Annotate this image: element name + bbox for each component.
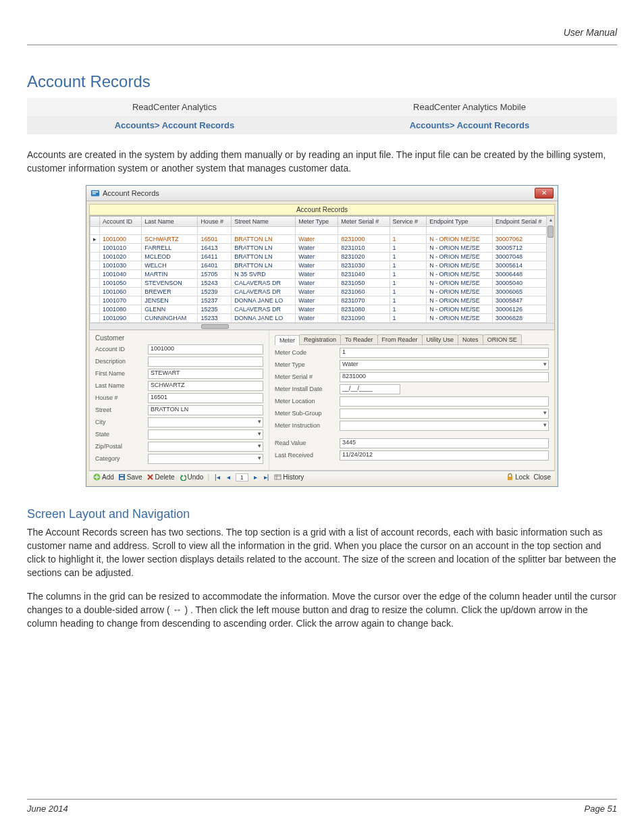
nav-right-top: ReadCenter Analytics Mobile xyxy=(322,98,617,116)
table-cell: 30007062 xyxy=(493,234,554,243)
page-number[interactable]: 1 xyxy=(236,473,248,481)
table-cell: 1 xyxy=(390,252,427,261)
table-cell: DONNA JANE LO xyxy=(232,313,296,322)
table-row[interactable]: 1001010FARRELL16413BRATTON LNWater823101… xyxy=(90,243,554,252)
input-meter-location[interactable] xyxy=(340,396,549,407)
input-first-name[interactable]: STEWART xyxy=(148,369,263,379)
table-cell: 1001030 xyxy=(100,261,142,269)
tab-to-reader[interactable]: To Reader xyxy=(340,334,378,344)
column-header[interactable]: Endpoint Type xyxy=(427,216,493,226)
table-cell: Water xyxy=(296,305,338,313)
table-cell: N - ORION ME/SE xyxy=(427,269,493,278)
table-cell: 16411 xyxy=(198,252,232,261)
table-cell: 1001050 xyxy=(100,278,142,287)
input-street[interactable]: BRATTON LN xyxy=(148,405,263,415)
window-titlebar: Account Records ✕ xyxy=(86,186,558,201)
label-meter-subgroup: Meter Sub-Group xyxy=(275,410,340,417)
table-row[interactable]: 1001060BREWER15239CALAVERAS DRWater82310… xyxy=(90,287,554,296)
history-button[interactable]: History xyxy=(274,473,304,481)
tab-orion-se[interactable]: ORION SE xyxy=(483,334,522,344)
input-read-value[interactable]: 3445 xyxy=(340,438,549,448)
table-row[interactable]: 1001090CUNNINGHAM15233DONNA JANE LOWater… xyxy=(90,313,554,322)
table-cell: CALAVERAS DR xyxy=(232,278,296,287)
input-meter-subgroup[interactable] xyxy=(340,409,549,419)
hscroll-thumb[interactable] xyxy=(201,324,229,329)
save-button[interactable]: Save xyxy=(118,473,142,481)
paragraph-2: The columns in the grid can be resized t… xyxy=(27,590,617,631)
row-marker xyxy=(90,287,100,296)
tab-notes[interactable]: Notes xyxy=(458,334,483,344)
vertical-scrollbar[interactable]: ▴ ▾ xyxy=(546,216,554,330)
input-last-name[interactable]: SCHWARTZ xyxy=(148,381,263,391)
lock-button[interactable]: Lock xyxy=(506,473,529,481)
input-city[interactable] xyxy=(148,417,263,427)
input-meter-code[interactable]: 1 xyxy=(340,348,549,358)
table-row[interactable]: 1001080GLENN15235CALAVERAS DRWater823108… xyxy=(90,305,554,313)
table-cell: Water xyxy=(296,243,338,252)
table-row[interactable]: 1001070JENSEN15237DONNA JANE LOWater8231… xyxy=(90,296,554,305)
row-marker xyxy=(90,313,100,322)
nav-prev-icon[interactable]: ◂ xyxy=(225,473,232,481)
delete-button[interactable]: Delete xyxy=(146,473,175,481)
table-cell: MCLEOD xyxy=(142,252,198,261)
history-icon xyxy=(274,473,281,481)
table-cell: 1 xyxy=(390,287,427,296)
page-title: Account Records xyxy=(27,72,617,91)
table-row[interactable]: 1001030WELCH16401BRATTON LNWater82310301… xyxy=(90,261,554,269)
table-cell: 30006448 xyxy=(493,269,554,278)
scroll-up-icon[interactable]: ▴ xyxy=(547,216,554,224)
input-meter-type[interactable]: Water xyxy=(340,360,549,370)
column-header[interactable]: Meter Serial # xyxy=(338,216,390,226)
undo-button[interactable]: Undo xyxy=(179,473,204,481)
column-header[interactable]: House # xyxy=(198,216,232,226)
table-cell: SCHWARTZ xyxy=(142,234,198,243)
table-cell: 30007048 xyxy=(493,252,554,261)
label-first-name: First Name xyxy=(95,370,148,377)
svg-rect-1 xyxy=(92,191,99,192)
table-cell: WELCH xyxy=(142,261,198,269)
input-zip[interactable] xyxy=(148,442,263,452)
accounts-grid[interactable]: Account IDLast NameHouse #Street NameMet… xyxy=(90,216,554,323)
input-description[interactable] xyxy=(148,357,263,367)
close-button-toolbar[interactable]: Close xyxy=(533,473,551,481)
scroll-thumb[interactable] xyxy=(547,226,554,238)
column-header[interactable]: Service # xyxy=(390,216,427,226)
table-cell: 15239 xyxy=(198,287,232,296)
table-row[interactable]: 1001020MCLEOD16411BRATTON LNWater8231020… xyxy=(90,252,554,261)
table-row[interactable]: ▸1001000SCHWARTZ16501BRATTON LNWater8231… xyxy=(90,234,554,243)
nav-last-icon[interactable]: ▸| xyxy=(263,473,271,481)
tab-meter[interactable]: Meter xyxy=(275,335,300,345)
tab-registration[interactable]: Registration xyxy=(299,334,341,344)
table-cell: Water xyxy=(296,234,338,243)
tab-from-reader[interactable]: From Reader xyxy=(377,334,423,344)
input-last-received[interactable]: 11/24/2012 xyxy=(340,450,549,461)
svg-rect-2 xyxy=(92,193,96,194)
column-header[interactable]: Meter Type xyxy=(296,216,338,226)
input-house[interactable]: 16501 xyxy=(148,393,263,403)
table-cell: CALAVERAS DR xyxy=(232,287,296,296)
row-marker xyxy=(90,296,100,305)
input-meter-instruction[interactable] xyxy=(340,421,549,431)
column-header[interactable]: Account ID xyxy=(100,216,142,226)
column-header[interactable]: Last Name xyxy=(142,216,198,226)
input-meter-install[interactable]: __/__/____ xyxy=(340,384,400,394)
horizontal-scrollbar[interactable] xyxy=(90,323,554,330)
tab-utility-use[interactable]: Utility Use xyxy=(422,334,459,344)
nav-next-icon[interactable]: ▸ xyxy=(252,473,259,481)
nav-first-icon[interactable]: |◂ xyxy=(213,473,221,481)
close-button[interactable]: ✕ xyxy=(535,188,554,199)
table-cell: JENSEN xyxy=(142,296,198,305)
table-row[interactable]: 1001050STEVENSON15243CALAVERAS DRWater82… xyxy=(90,278,554,287)
table-cell: GLENN xyxy=(142,305,198,313)
input-category[interactable] xyxy=(148,454,263,464)
add-button[interactable]: Add xyxy=(93,473,114,481)
input-state[interactable] xyxy=(148,429,263,440)
column-header[interactable]: Street Name xyxy=(232,216,296,226)
table-row[interactable]: 1001040MARTIN15705N 35 SVRDWater82310401… xyxy=(90,269,554,278)
table-cell: MARTIN xyxy=(142,269,198,278)
input-meter-serial[interactable]: 8231000 xyxy=(340,372,549,382)
column-header[interactable]: Endpoint Serial # xyxy=(493,216,554,226)
footer-left: June 2014 xyxy=(27,804,68,814)
table-cell: BRATTON LN xyxy=(232,252,296,261)
input-account-id[interactable]: 1001000 xyxy=(148,344,263,355)
